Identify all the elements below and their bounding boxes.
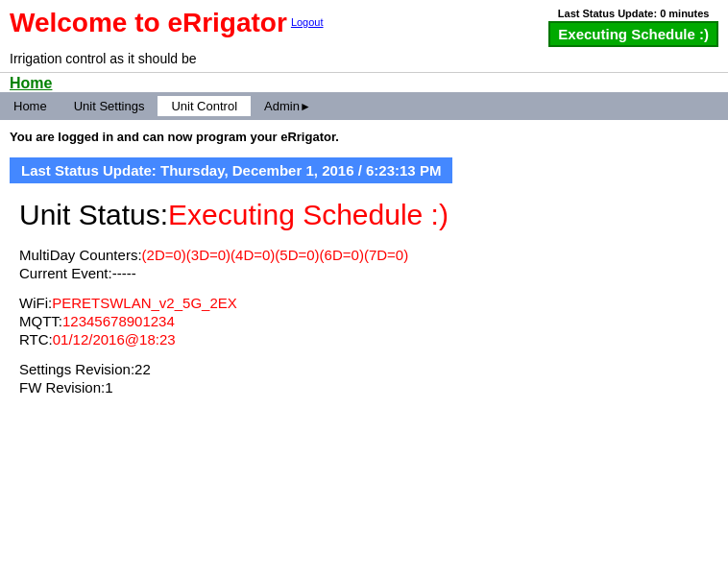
- network-section: WiFi:PERETSWLAN_v2_5G_2EX MQTT:123456789…: [19, 295, 718, 348]
- settings-revision-value: 22: [134, 361, 151, 377]
- unit-status-label: Unit Status:: [19, 199, 168, 230]
- nav-item-home[interactable]: Home: [0, 96, 61, 116]
- fw-revision-value: 1: [105, 379, 112, 396]
- settings-section: Settings Revision:22 FW Revision:1: [19, 361, 718, 396]
- wifi-value: PERETSWLAN_v2_5G_2EX: [52, 295, 237, 311]
- rtc-label: RTC:: [19, 331, 53, 348]
- status-bar: Last Status Update: Thursday, December 1…: [10, 157, 452, 183]
- main-content: You are logged in and can now program yo…: [0, 120, 728, 407]
- header-left: Welcome to eRrigatorLogout: [10, 8, 324, 38]
- current-event-value: -----: [112, 265, 136, 281]
- site-title: Welcome to eRrigator: [10, 8, 287, 37]
- logged-in-message: You are logged in and can now program yo…: [10, 130, 718, 144]
- counters-section: MultiDay Counters:(2D=0)(3D=0)(4D=0)(5D=…: [19, 247, 718, 281]
- current-event-label: Current Event:: [19, 265, 112, 281]
- rtc-value: 01/12/2016@18:23: [53, 331, 176, 348]
- mqtt-value: 12345678901234: [62, 313, 175, 329]
- nav-item-admin-label: Admin: [264, 99, 300, 113]
- nav-arrow-icon: ►: [300, 100, 311, 113]
- wifi-label: WiFi:: [19, 295, 52, 311]
- home-link[interactable]: Home: [0, 73, 728, 92]
- current-event-row: Current Event:-----: [19, 265, 718, 281]
- tagline: Irrigation control as it should be: [0, 51, 728, 72]
- header-status-box: Last Status Update: 0 minutes Executing …: [548, 8, 718, 47]
- nav-item-admin[interactable]: Admin►: [251, 96, 325, 116]
- settings-revision-row: Settings Revision:22: [19, 361, 718, 377]
- nav-item-unit-control[interactable]: Unit Control: [158, 96, 251, 116]
- page-header: Welcome to eRrigatorLogout Last Status U…: [0, 0, 728, 51]
- fw-revision-label: FW Revision:: [19, 379, 105, 396]
- multiday-label: MultiDay Counters:: [19, 247, 142, 263]
- status-update-small-text: Last Status Update: 0 minutes: [548, 8, 718, 19]
- unit-status-line: Unit Status:Executing Schedule :): [19, 199, 718, 231]
- wifi-row: WiFi:PERETSWLAN_v2_5G_2EX: [19, 295, 718, 311]
- rtc-row: RTC:01/12/2016@18:23: [19, 331, 718, 348]
- mqtt-label: MQTT:: [19, 313, 62, 329]
- mqtt-row: MQTT:12345678901234: [19, 313, 718, 329]
- unit-status-value: Executing Schedule :): [168, 199, 449, 230]
- logout-link[interactable]: Logout: [291, 16, 324, 28]
- multiday-value: (2D=0)(3D=0)(4D=0)(5D=0)(6D=0)(7D=0): [142, 247, 409, 263]
- multiday-row: MultiDay Counters:(2D=0)(3D=0)(4D=0)(5D=…: [19, 247, 718, 263]
- executing-badge: Executing Schedule :): [548, 21, 718, 47]
- settings-revision-label: Settings Revision:: [19, 361, 134, 377]
- fw-revision-row: FW Revision:1: [19, 379, 718, 396]
- navbar: Home Unit Settings Unit Control Admin►: [0, 92, 728, 120]
- nav-item-unit-settings[interactable]: Unit Settings: [61, 96, 158, 116]
